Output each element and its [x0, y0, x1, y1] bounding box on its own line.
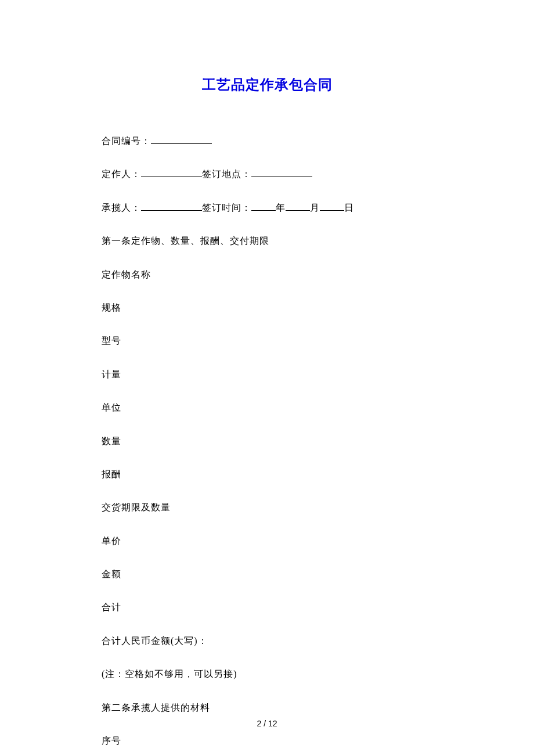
- document-title: 工艺品定作承包合同: [102, 75, 432, 94]
- blank-contract-number: [151, 143, 212, 144]
- article-1: 第一条定作物、数量、报酬、交付期限: [102, 235, 432, 247]
- party-b-label: 承揽人：: [102, 203, 141, 213]
- year-text: 年: [276, 203, 286, 213]
- amount-label: 金额: [102, 568, 432, 581]
- blank-month: [286, 210, 310, 211]
- unit-price-label: 单价: [102, 535, 432, 548]
- total-rmb-label: 合计人民币金额(大写)：: [102, 635, 432, 647]
- month-text: 月: [310, 203, 320, 213]
- spec-label: 规格: [102, 301, 432, 314]
- blank-party-b: [141, 210, 202, 211]
- contract-number-line: 合同编号：: [102, 135, 432, 147]
- total-label: 合计: [102, 601, 432, 614]
- seq-label: 序号: [102, 735, 432, 747]
- day-text: 日: [344, 203, 354, 213]
- remuneration-label: 报酬: [102, 468, 432, 481]
- delivery-label: 交货期限及数量: [102, 501, 432, 514]
- blank-day: [320, 210, 344, 211]
- item-name-label: 定作物名称: [102, 268, 432, 281]
- note-label: (注：空格如不够用，可以另接): [102, 668, 432, 681]
- party-a-line: 定作人：签订地点：: [102, 168, 432, 181]
- article-2: 第二条承揽人提供的材料: [102, 701, 432, 714]
- document-page: 工艺品定作承包合同 合同编号： 定作人：签订地点： 承揽人：签订时间：年月日 第…: [0, 0, 534, 756]
- party-b-line: 承揽人：签订时间：年月日: [102, 201, 432, 214]
- party-a-label: 定作人：: [102, 169, 141, 179]
- model-label: 型号: [102, 334, 432, 347]
- contract-number-label: 合同编号：: [102, 136, 151, 146]
- page-footer: 2 / 12: [0, 719, 534, 728]
- quantity-label: 数量: [102, 435, 432, 448]
- blank-sign-place: [251, 177, 312, 177]
- page-separator: /: [261, 719, 268, 728]
- sign-place-label: 签订地点：: [202, 169, 251, 179]
- page-total: 12: [268, 719, 277, 728]
- blank-party-a: [141, 177, 202, 177]
- blank-year: [251, 210, 276, 211]
- unit-label: 单位: [102, 401, 432, 414]
- sign-time-label: 签订时间：: [202, 203, 251, 213]
- measure-label: 计量: [102, 368, 432, 381]
